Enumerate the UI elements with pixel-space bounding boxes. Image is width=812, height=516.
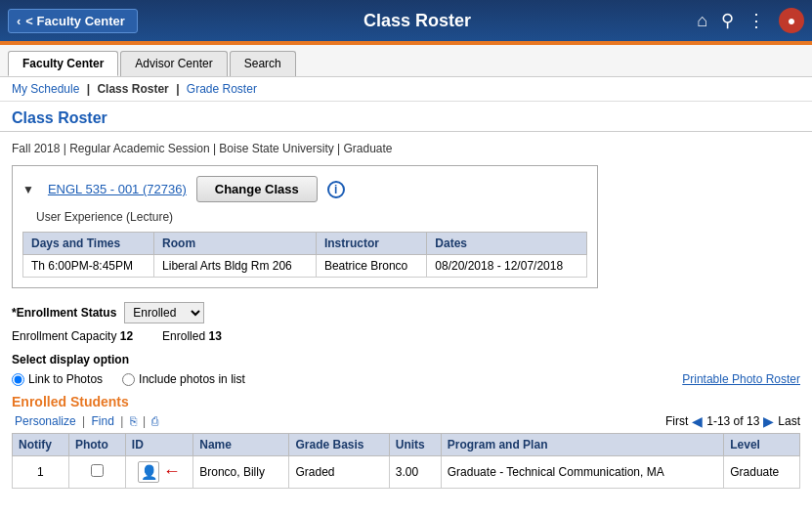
cell-program-plan: Graduate - Technical Communication, MA (441, 456, 723, 489)
tab-advisor-center[interactable]: Advisor Center (120, 51, 227, 76)
link-to-photos-radio[interactable] (12, 373, 24, 386)
enrollment-status-select[interactable]: Enrolled Dropped Waitlisted (124, 302, 204, 323)
first-label: First (665, 414, 688, 428)
next-page-button[interactable]: ▶ (763, 413, 774, 429)
cell-name: Bronco, Billy (193, 456, 289, 489)
student-table: Notify Photo ID Name Grade Basis Units P… (12, 433, 800, 489)
tab-search[interactable]: Search (230, 51, 296, 76)
arrow-right-icon: ← (163, 461, 181, 481)
th-name: Name (193, 434, 289, 456)
cell-notify (68, 456, 125, 489)
th-photo: Photo (68, 434, 125, 456)
change-class-button[interactable]: Change Class (196, 176, 318, 202)
display-option-section: Select display option Link to Photos Inc… (12, 353, 800, 386)
tabs-bar: Faculty Center Advisor Center Search (0, 45, 812, 77)
link-to-photos-label[interactable]: Link to Photos (12, 372, 103, 386)
page-range: 1-13 of 13 (706, 414, 759, 428)
enrollment-capacity-row: Enrollment Capacity 12 Enrolled 13 (12, 329, 800, 343)
notify-checkbox[interactable] (91, 464, 104, 477)
enrollment-section: *Enrollment Status Enrolled Dropped Wait… (12, 302, 800, 343)
cell-units: 3.00 (389, 456, 441, 489)
enrolled-display: Enrolled 13 (162, 329, 222, 343)
cell-photo: 👤 ← (125, 456, 192, 489)
class-header-row: ▼ ENGL 535 - 001 (72736) Change Class i (22, 176, 587, 202)
cell-level: Graduate (724, 456, 800, 489)
th-id: ID (125, 434, 192, 456)
col-room: Room (154, 233, 317, 255)
breadcrumb-my-schedule[interactable]: My Schedule (12, 82, 79, 96)
class-info-box: ▼ ENGL 535 - 001 (72736) Change Class i … (12, 165, 598, 288)
back-button-label: < Faculty Center (25, 14, 125, 28)
th-program-plan: Program and Plan (441, 434, 723, 456)
col-dates: Dates (427, 233, 587, 255)
cell-room: Liberal Arts Bldg Rm 206 (154, 255, 317, 278)
display-option-row: Select display option (12, 353, 800, 366)
cell-dates: 08/20/2018 - 12/07/2018 (427, 255, 587, 278)
page-title: Class Roster (0, 102, 812, 132)
user-icon[interactable]: ● (779, 8, 804, 33)
home-icon[interactable]: ⌂ (697, 11, 707, 31)
prev-page-button[interactable]: ◀ (692, 413, 703, 429)
main-content: Fall 2018 | Regular Academic Session | B… (0, 132, 812, 498)
last-label: Last (778, 414, 800, 428)
page-header: ‹ < Faculty Center Class Roster ⌂ ⚲ ⋮ ● (0, 0, 812, 41)
enrolled-students-heading: Enrolled Students (12, 394, 800, 409)
th-grade-basis: Grade Basis (289, 434, 389, 456)
personalize-link[interactable]: Personalize (15, 414, 76, 428)
col-instructor: Instructor (316, 233, 426, 255)
enrolled-value: 13 (208, 329, 221, 343)
printable-photo-roster-link[interactable]: Printable Photo Roster (682, 372, 800, 386)
class-detail-table: Days and Times Room Instructor Dates Th … (22, 232, 587, 278)
include-photos-radio[interactable] (122, 373, 135, 386)
tab-faculty-center[interactable]: Faculty Center (8, 51, 118, 76)
th-notify: Notify (13, 434, 69, 456)
back-arrow-icon: ‹ (17, 14, 21, 28)
radio-options-row: Link to Photos Include photos in list Pr… (12, 372, 800, 386)
breadcrumb-grade-roster[interactable]: Grade Roster (187, 82, 257, 96)
nav-controls: First ◀ 1-13 of 13 ▶ Last (665, 413, 800, 429)
back-button[interactable]: ‹ < Faculty Center (8, 9, 138, 33)
breadcrumb-class-roster: Class Roster (97, 82, 168, 96)
more-options-icon[interactable]: ⋮ (748, 10, 765, 31)
header-icons: ⌂ ⚲ ⋮ ● (697, 8, 804, 33)
search-icon[interactable]: ⚲ (721, 10, 734, 31)
cell-grade-basis: Graded (289, 456, 389, 489)
table-row: 1 👤 ← Bronco, Billy Graded 3.00 Graduate… (13, 456, 800, 489)
capacity-value: 12 (120, 329, 133, 343)
info-icon[interactable]: i (327, 181, 345, 198)
session-info: Fall 2018 | Regular Academic Session | B… (12, 142, 800, 155)
cell-row-number: 1 (13, 456, 69, 489)
export-csv-link[interactable]: ⎙ (151, 414, 158, 428)
personalize-links: Personalize | Find | ⎘ | ⎙ (12, 414, 161, 428)
photo-icon[interactable]: 👤 (138, 461, 159, 483)
personalize-row: Personalize | Find | ⎘ | ⎙ First ◀ 1-13 … (12, 413, 800, 429)
th-level: Level (724, 434, 800, 456)
find-link[interactable]: Find (92, 414, 114, 428)
class-detail-row: Th 6:00PM-8:45PM Liberal Arts Bldg Rm 20… (23, 255, 587, 278)
toggle-arrow-icon[interactable]: ▼ (22, 183, 34, 196)
cell-days-times: Th 6:00PM-8:45PM (23, 255, 154, 278)
cell-instructor: Beatrice Bronco (316, 255, 426, 278)
page-header-title: Class Roster (138, 11, 697, 31)
th-units: Units (389, 434, 441, 456)
class-title-link[interactable]: ENGL 535 - 001 (72736) (48, 182, 187, 196)
student-table-header-row: Notify Photo ID Name Grade Basis Units P… (13, 434, 800, 456)
export-excel-link[interactable]: ⎘ (130, 414, 137, 428)
enrollment-status-row: *Enrollment Status Enrolled Dropped Wait… (12, 302, 800, 323)
enrollment-status-label: *Enrollment Status (12, 306, 116, 320)
include-photos-label[interactable]: Include photos in list (122, 372, 245, 386)
breadcrumb: My Schedule | Class Roster | Grade Roste… (0, 77, 812, 102)
col-days-times: Days and Times (23, 233, 154, 255)
class-subtitle: User Experience (Lecture) (36, 210, 587, 224)
capacity-display: Enrollment Capacity 12 (12, 329, 133, 343)
display-option-label: Select display option (12, 353, 129, 366)
